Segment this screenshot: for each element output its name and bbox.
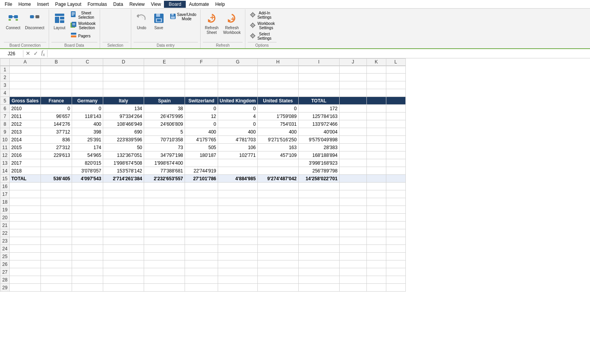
cell-27-B[interactable]	[41, 268, 72, 276]
cell-14-B[interactable]	[41, 167, 72, 175]
cell-24-C[interactable]	[72, 245, 103, 253]
cell-28-B[interactable]	[41, 276, 72, 284]
cell-8-B[interactable]: 144'276	[41, 120, 72, 128]
cell-29-K[interactable]	[366, 284, 386, 292]
cell-19-K[interactable]	[366, 206, 386, 214]
cell-6-C[interactable]: 0	[72, 105, 103, 113]
cell-26-B[interactable]	[41, 260, 72, 268]
cell-24-B[interactable]	[41, 245, 72, 253]
cell-12-I[interactable]: 168'188'894	[298, 151, 339, 159]
cell-16-E[interactable]	[144, 183, 185, 190]
cell-7-I[interactable]: 125'784'163	[298, 113, 339, 120]
cell-12-E[interactable]: 34'797'198	[144, 151, 185, 159]
cell-28-F[interactable]	[185, 276, 218, 284]
cell-11-D[interactable]: 50	[103, 144, 144, 151]
cell-10-J[interactable]	[339, 136, 366, 144]
cell-20-B[interactable]	[41, 214, 72, 222]
cell-1-D[interactable]	[103, 66, 144, 74]
cell-15-J[interactable]	[339, 175, 366, 183]
cell-19-F[interactable]	[185, 206, 218, 214]
cell-2-F[interactable]	[185, 74, 218, 81]
cell-5-J[interactable]	[339, 97, 366, 105]
menu-file[interactable]: File	[2, 1, 15, 8]
cell-12-J[interactable]	[339, 151, 366, 159]
cell-24-A[interactable]	[10, 245, 41, 253]
cell-17-F[interactable]	[185, 190, 218, 198]
cell-27-I[interactable]	[298, 268, 339, 276]
cell-14-J[interactable]	[339, 167, 366, 175]
cell-16-D[interactable]	[103, 183, 144, 190]
cell-8-L[interactable]	[386, 120, 405, 128]
insert-function-icon[interactable]: fx	[41, 50, 46, 57]
cell-19-J[interactable]	[339, 206, 366, 214]
cell-26-C[interactable]	[72, 260, 103, 268]
cell-19-G[interactable]	[218, 206, 258, 214]
cell-1-F[interactable]	[185, 66, 218, 74]
cell-27-H[interactable]	[257, 268, 298, 276]
cell-16-F[interactable]	[185, 183, 218, 190]
cell-27-J[interactable]	[339, 268, 366, 276]
cell-13-A[interactable]: 2017	[10, 159, 41, 167]
cell-1-E[interactable]	[144, 66, 185, 74]
cell-8-K[interactable]	[366, 120, 386, 128]
cell-26-I[interactable]	[298, 260, 339, 268]
cell-1-B[interactable]	[41, 66, 72, 74]
cell-20-D[interactable]	[103, 214, 144, 222]
save-undo-mode-button[interactable]: Save/UndoMode	[168, 12, 198, 22]
menu-view[interactable]: View	[148, 1, 164, 8]
cell-14-E[interactable]: 77'388'681	[144, 167, 185, 175]
cell-9-B[interactable]: 37'712	[41, 128, 72, 136]
cell-28-G[interactable]	[218, 276, 258, 284]
cell-11-J[interactable]	[339, 144, 366, 151]
cell-19-H[interactable]	[257, 206, 298, 214]
cell-6-K[interactable]	[366, 105, 386, 113]
cell-17-C[interactable]	[72, 190, 103, 198]
cell-22-A[interactable]	[10, 229, 41, 237]
cell-29-G[interactable]	[218, 284, 258, 292]
cell-24-J[interactable]	[339, 245, 366, 253]
cell-12-D[interactable]: 132'367'051	[103, 151, 144, 159]
cell-21-H[interactable]	[257, 222, 298, 229]
cell-9-F[interactable]: 400	[185, 128, 218, 136]
cell-22-E[interactable]	[144, 229, 185, 237]
cell-15-I[interactable]: 14'258'022'701	[298, 175, 339, 183]
cell-1-H[interactable]	[257, 66, 298, 74]
cell-18-D[interactable]	[103, 198, 144, 206]
cell-24-H[interactable]	[257, 245, 298, 253]
cell-2-C[interactable]	[72, 74, 103, 81]
cell-16-C[interactable]	[72, 183, 103, 190]
cell-3-C[interactable]	[72, 81, 103, 89]
cell-23-L[interactable]	[386, 237, 405, 245]
cell-21-D[interactable]	[103, 222, 144, 229]
cell-24-E[interactable]	[144, 245, 185, 253]
cell-20-A[interactable]	[10, 214, 41, 222]
cell-4-D[interactable]	[103, 89, 144, 97]
cell-19-D[interactable]	[103, 206, 144, 214]
cell-16-A[interactable]	[10, 183, 41, 190]
cell-3-J[interactable]	[339, 81, 366, 89]
cell-3-G[interactable]	[218, 81, 258, 89]
cell-10-A[interactable]: 2014	[10, 136, 41, 144]
cell-1-J[interactable]	[339, 66, 366, 74]
cell-8-H[interactable]: 754'031	[257, 120, 298, 128]
select-settings-button[interactable]: SelectSettings	[248, 31, 277, 41]
cell-23-K[interactable]	[366, 237, 386, 245]
cell-13-G[interactable]	[218, 159, 258, 167]
cell-13-B[interactable]	[41, 159, 72, 167]
cell-19-L[interactable]	[386, 206, 405, 214]
cell-26-E[interactable]	[144, 260, 185, 268]
cell-10-I[interactable]: 9'575'049'898	[298, 136, 339, 144]
cell-17-I[interactable]	[298, 190, 339, 198]
cell-21-B[interactable]	[41, 222, 72, 229]
cell-2-K[interactable]	[366, 74, 386, 81]
cell-4-F[interactable]	[185, 89, 218, 97]
cell-1-K[interactable]	[366, 66, 386, 74]
cell-11-L[interactable]	[386, 144, 405, 151]
cell-7-L[interactable]	[386, 113, 405, 120]
sheet-selection-button[interactable]: SheetSelection	[69, 10, 97, 20]
cell-7-K[interactable]	[366, 113, 386, 120]
cell-22-B[interactable]	[41, 229, 72, 237]
cell-18-H[interactable]	[257, 198, 298, 206]
cell-29-E[interactable]	[144, 284, 185, 292]
cell-11-G[interactable]: 106	[218, 144, 258, 151]
